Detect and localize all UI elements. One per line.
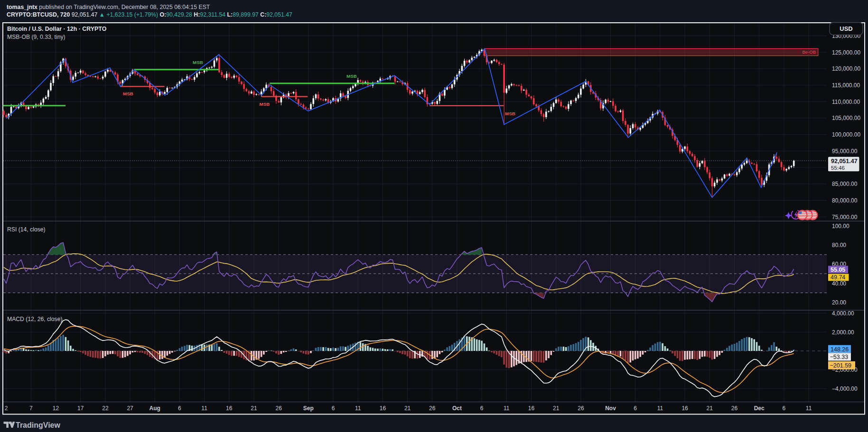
svg-text:TradingView: TradingView (16, 421, 61, 429)
svg-text:16: 16 (681, 405, 688, 412)
svg-text:7: 7 (29, 405, 33, 412)
svg-text:21: 21 (553, 405, 560, 412)
svg-text:MSB-OB (9, 0.33, tiny): MSB-OB (9, 0.33, tiny) (7, 34, 65, 40)
svg-text:Bitcoin / U.S. Dollar · 12h ·: Bitcoin / U.S. Dollar · 12h · CRYPTO (7, 26, 107, 32)
svg-text:2,000.00: 2,000.00 (832, 329, 854, 336)
svg-text:−201.59: −201.59 (830, 362, 852, 369)
svg-text:16: 16 (380, 405, 386, 412)
svg-text:Nov: Nov (605, 405, 616, 412)
svg-text:21: 21 (707, 405, 713, 412)
svg-text:95,000.00: 95,000.00 (832, 148, 858, 155)
svg-text:100.00: 100.00 (832, 223, 849, 230)
svg-text:22: 22 (102, 405, 109, 412)
svg-text:−4,000.00: −4,000.00 (832, 386, 858, 392)
svg-text:92,051.47: 92,051.47 (831, 158, 858, 165)
svg-text:Dec: Dec (754, 405, 765, 412)
svg-text:16: 16 (226, 405, 233, 412)
svg-text:12: 12 (53, 405, 59, 412)
svg-text:Aug: Aug (149, 405, 160, 412)
svg-text:11: 11 (504, 405, 510, 412)
svg-text:17: 17 (77, 405, 84, 412)
svg-text:100,000.00: 100,000.00 (832, 131, 860, 138)
svg-text:148.26: 148.26 (831, 346, 849, 353)
svg-text:tomas_jntx published on Tradin: tomas_jntx published on TradingView.com,… (7, 4, 210, 10)
svg-text:MACD (12, 26, close): MACD (12, 26, close) (7, 316, 63, 322)
svg-text:6: 6 (332, 405, 335, 412)
svg-text:26: 26 (276, 405, 282, 412)
svg-text:21: 21 (404, 405, 411, 412)
svg-text:11: 11 (806, 405, 812, 412)
svg-text:20.00: 20.00 (832, 299, 846, 306)
svg-text:125,000.00: 125,000.00 (832, 49, 860, 56)
svg-text:26: 26 (731, 405, 738, 412)
svg-text:40.00: 40.00 (832, 280, 846, 287)
svg-text:Be-OB: Be-OB (802, 49, 816, 55)
svg-text:75,000.00: 75,000.00 (832, 214, 858, 221)
svg-text:MSB: MSB (505, 111, 515, 116)
svg-text:21: 21 (251, 405, 257, 412)
svg-text:Sep: Sep (303, 405, 314, 412)
svg-text:MSB: MSB (193, 60, 203, 65)
svg-text:26: 26 (429, 405, 436, 412)
svg-text:6: 6 (480, 405, 484, 412)
svg-text:16: 16 (528, 405, 535, 412)
svg-text:49.74: 49.74 (831, 274, 845, 281)
svg-text:55:46: 55:46 (831, 165, 845, 171)
svg-text:27: 27 (127, 405, 133, 412)
svg-text:2: 2 (5, 405, 8, 412)
svg-text:Oct: Oct (452, 405, 462, 412)
svg-text:115,000.00: 115,000.00 (832, 82, 860, 89)
svg-text:105,000.00: 105,000.00 (832, 115, 860, 121)
svg-text:6: 6 (178, 405, 181, 412)
svg-text:MSB: MSB (346, 74, 357, 79)
svg-text:110,000.00: 110,000.00 (832, 99, 860, 105)
svg-text:MSB: MSB (123, 91, 133, 96)
svg-text:6: 6 (634, 405, 637, 412)
svg-text:80.00: 80.00 (832, 242, 846, 248)
svg-text:CRYPTO:BTCUSD, 720 92,051.47 ▲: CRYPTO:BTCUSD, 720 92,051.47 ▲ +1,623.15… (7, 11, 292, 18)
svg-text:−53.33: −53.33 (830, 354, 849, 360)
svg-text:80,000.00: 80,000.00 (832, 197, 858, 204)
svg-text:11: 11 (657, 405, 663, 412)
svg-text:55.05: 55.05 (831, 267, 845, 273)
svg-text:26: 26 (578, 405, 584, 412)
svg-text:11: 11 (355, 405, 361, 412)
svg-text:85,000.00: 85,000.00 (832, 181, 858, 187)
svg-text:120,000.00: 120,000.00 (832, 65, 860, 72)
svg-text:6: 6 (783, 405, 786, 412)
svg-text:11: 11 (201, 405, 207, 412)
svg-text:4,000.00: 4,000.00 (832, 310, 854, 317)
svg-text:USD: USD (840, 25, 852, 32)
svg-text:RSI (14, close): RSI (14, close) (7, 226, 46, 233)
svg-text:MSB: MSB (260, 101, 270, 107)
